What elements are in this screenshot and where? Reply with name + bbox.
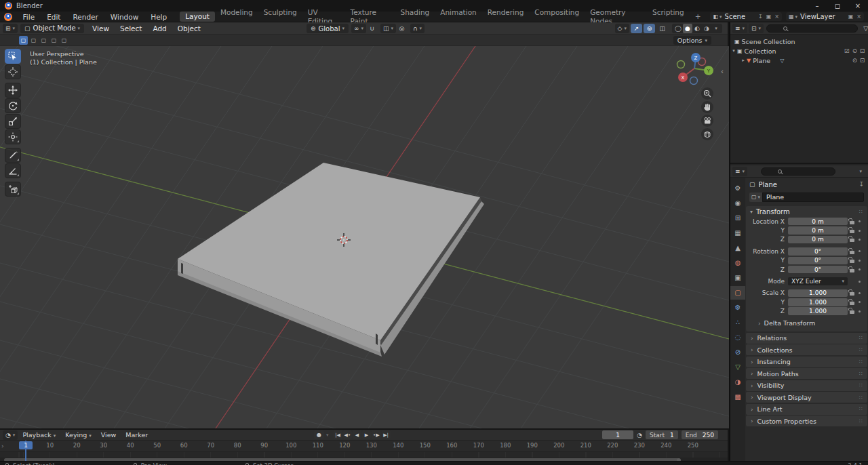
snap-target-dropdown[interactable]: ∞ ▾ [351,24,366,33]
viewport-menu-item[interactable]: Object [172,24,206,33]
unlink-scene-icon[interactable]: × [774,14,779,20]
tab-scene[interactable]: ▲ [730,241,745,255]
gizmo-minus-y[interactable] [677,61,685,68]
shading-wireframe-button[interactable]: ◯ [673,24,683,33]
scene-selector[interactable]: ◧ ▾ Scene ↧ ▣ × [710,12,782,21]
lock-icon[interactable] [848,258,856,263]
jump-to-start-button[interactable]: |◀ [334,430,342,439]
add-workspace-button[interactable]: + [690,12,707,22]
tool-transform[interactable] [5,129,21,144]
lock-icon[interactable] [848,219,856,224]
shading-solid-button[interactable]: ● [683,24,692,33]
select-mode-set[interactable]: ▢ [19,36,28,45]
outliner-row-collection[interactable]: ▾ ▣ Collection ☑ ⊙ ⊡ [730,46,868,56]
lock-icon[interactable] [848,228,856,233]
animate-dot[interactable] [856,230,863,232]
properties-options-dropdown[interactable]: ▾ [859,169,862,174]
snap-magnet-toggle[interactable]: ∪ [366,24,378,33]
lock-icon[interactable] [848,308,856,314]
zoom-view-button[interactable] [701,87,713,100]
previous-keyframe-button[interactable]: ◀• [343,430,353,439]
timeline-editor-type[interactable]: ◔ ▾ [3,430,18,440]
viewport-3d[interactable]: ⊞ ▾ ▢ Object Mode ▾ ViewSelectAddObject … [0,22,729,428]
current-frame-field[interactable]: 1 [602,430,633,439]
tab-render[interactable]: ◉ [730,197,745,210]
shading-dropdown[interactable]: ▾ [711,24,721,33]
menu-item[interactable]: Window [104,12,144,22]
menu-item[interactable]: Help [144,12,173,22]
xray-toggle[interactable]: ◫ [656,24,668,33]
tab-material[interactable]: ◑ [730,376,745,389]
select-mode-subtract[interactable]: ▢ [39,36,48,45]
remove-viewlayer-icon[interactable]: × [856,14,861,20]
tab-particles[interactable]: ∴ [730,316,745,329]
disclosure-open-icon[interactable]: ▾ [730,48,737,54]
play-reverse-button[interactable]: ◀ [353,430,361,439]
start-frame-field[interactable]: Start 1 [646,430,678,439]
lock-icon[interactable] [848,290,856,296]
select-mode-invert[interactable]: ▢ [50,36,58,45]
animate-dot[interactable] [856,260,863,262]
viewlayer-selector[interactable]: ▦ ▾ ViewLayer ▣ × [786,12,864,21]
tool-add-cube[interactable] [5,182,21,197]
tab-texture[interactable]: ▩ [730,390,745,404]
hide-eye-icon[interactable]: ⊙ [852,47,857,54]
timeline-expand-arrow[interactable]: › [1,443,4,449]
tab-output[interactable]: ⊞ [730,211,745,225]
collapsed-panel[interactable]: › Instancing ∷ [746,357,867,367]
rotation-value-field[interactable]: 0° [788,257,848,265]
outliner-row-plane[interactable]: ▸ ▼ Plane ▽ ⊙ ⊡ [730,56,868,65]
scale-value-field[interactable]: 1.000 [788,307,848,315]
tab-layout[interactable]: Layout [180,12,215,22]
location-value-field[interactable]: 0 m [788,226,848,235]
navigation-gizmo[interactable]: X Y Z [677,53,714,85]
tool-select-box[interactable] [5,49,21,64]
location-value-field[interactable]: 0 m [788,236,848,244]
camera-view-button[interactable] [701,115,713,127]
disable-render-icon[interactable]: ⊡ [860,57,865,64]
rotation-mode-dropdown[interactable]: XYZ Euler ▾ [788,277,848,285]
new-viewlayer-icon[interactable]: ▣ [848,14,854,20]
tab-world[interactable]: ◍ [730,256,745,270]
disable-render-icon[interactable]: ⊡ [860,47,865,54]
menu-view[interactable]: View [96,431,121,439]
ortho-toggle-button[interactable] [701,128,713,140]
outliner-display-mode[interactable]: ≡ ▾ [732,24,747,33]
tab-modifiers[interactable]: ⚙ [730,301,745,315]
exclude-checkbox[interactable]: ☑ [844,47,850,54]
pan-view-button[interactable] [701,101,713,113]
menu-item[interactable]: File [17,12,41,22]
properties-editor-type[interactable]: ≡ ▾ [732,167,747,176]
animate-dot[interactable] [856,310,863,312]
scale-value-field[interactable]: 1.000 [788,298,848,306]
pin-icon[interactable]: ↧ [758,14,763,20]
lock-icon[interactable] [848,267,856,272]
delta-transform-panel[interactable]: › Delta Transform [746,319,867,328]
tool-cursor[interactable] [5,64,21,79]
end-frame-field[interactable]: End 250 [682,430,718,439]
collapsed-panel[interactable]: › Visibility ∷ [746,380,867,391]
tool-move[interactable] [5,83,21,98]
snap-with-dropdown[interactable]: ◫ ▾ [380,24,396,33]
collapsed-panel[interactable]: › Motion Paths ∷ [746,368,867,379]
editor-type-button[interactable]: ⊞ ▾ [3,24,18,33]
viewport-canvas[interactable]: X Y Z User Perspective (1) Collection | … [0,46,729,428]
animate-dot[interactable] [856,268,863,270]
tab-constraints[interactable]: ⊘ [730,346,745,359]
animate-dot[interactable] [856,220,863,222]
animate-dot[interactable] [856,292,863,294]
lock-icon[interactable] [848,300,856,305]
object-name-input[interactable] [762,193,864,202]
location-value-field[interactable]: 0 m [788,218,848,226]
playhead-frame-badge[interactable]: 1 [19,441,33,449]
blender-menu-icon[interactable] [4,13,12,21]
play-button[interactable]: ▶ [362,430,371,439]
collapsed-panel[interactable]: › Custom Properties ∷ [746,416,867,426]
disclosure-closed-icon[interactable]: ▸ [740,58,747,63]
minimize-button[interactable]: – [807,0,827,12]
shading-material-button[interactable]: ◐ [692,24,702,33]
rotation-value-field[interactable]: 0° [788,247,848,256]
jump-to-end-button[interactable]: ▶| [382,430,391,439]
tab-tool[interactable]: ⚙ [730,182,745,195]
pin-icon[interactable]: ↧ [859,181,864,188]
